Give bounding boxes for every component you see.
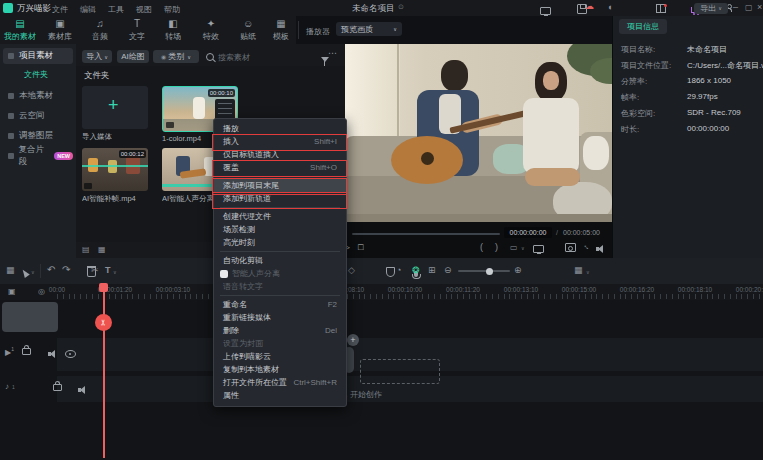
- preview-video[interactable]: [345, 44, 612, 222]
- minimize-button[interactable]: –: [733, 2, 738, 12]
- quick-split-button[interactable]: ✂: [95, 314, 112, 331]
- menu-file[interactable]: 文件: [52, 4, 68, 15]
- marker-target-icon[interactable]: ◎: [38, 287, 45, 296]
- menu-item-auto-edit[interactable]: 自动化剪辑: [214, 254, 346, 267]
- lock-track-icon[interactable]: [22, 348, 31, 355]
- more-options-icon[interactable]: ⋯: [328, 48, 337, 58]
- tab-project-info[interactable]: 项目信息: [619, 19, 667, 34]
- menu-item-upload-to-cloud[interactable]: 上传到喵影云: [214, 350, 346, 363]
- tab-my-media[interactable]: ▤ 我的素材: [0, 18, 40, 42]
- menu-item-play[interactable]: 播放: [214, 122, 346, 135]
- menu-help[interactable]: 帮助: [164, 4, 180, 15]
- tab-transitions[interactable]: ◧ 转场: [153, 18, 193, 42]
- menu-item-insert-target-track[interactable]: 仅目标轨道插入: [214, 148, 346, 161]
- menu-tools[interactable]: 工具: [108, 4, 124, 15]
- add-clip-plus-icon[interactable]: +: [347, 334, 359, 346]
- media-tile-ai-interpolation[interactable]: 00:00:12: [82, 148, 148, 191]
- zoom-in-icon[interactable]: ⊕: [514, 265, 522, 275]
- undo-icon[interactable]: ↶: [47, 264, 55, 275]
- mute-track-icon[interactable]: [48, 352, 51, 356]
- tab-stock-media[interactable]: ▣ 素材库: [40, 18, 80, 42]
- menu-item-append-to-project[interactable]: 添加到项目末尾: [214, 179, 346, 192]
- keyframe-icon[interactable]: ◇: [348, 265, 355, 275]
- tab-text[interactable]: T 文字: [117, 18, 157, 42]
- menu-item-copy-to-local[interactable]: 复制到本地素材: [214, 363, 346, 376]
- restore-button[interactable]: ▢: [745, 3, 753, 12]
- menu-item-overwrite[interactable]: 覆盖Shift+O: [214, 161, 346, 174]
- mute-track-icon[interactable]: [78, 388, 81, 392]
- menu-item-add-to-new-track[interactable]: 添加到新轨道: [214, 192, 346, 205]
- menu-edit[interactable]: 编辑: [80, 4, 96, 15]
- tab-effects[interactable]: ✦ 特效: [191, 18, 231, 42]
- sidebar-item-adjustment-layer[interactable]: 调整图层: [3, 128, 73, 144]
- menu-item-label: 高光时刻: [223, 236, 255, 249]
- chroma-key-icon[interactable]: ❂: [412, 265, 420, 275]
- playhead-line[interactable]: [103, 284, 105, 458]
- speed-icon[interactable]: ◔: [396, 265, 401, 275]
- current-timecode: 00:00:00:00: [504, 227, 552, 238]
- track-manager-icon[interactable]: ▦: [574, 265, 583, 275]
- select-tool-icon[interactable]: [20, 268, 30, 278]
- import-media-tile[interactable]: +: [82, 86, 148, 129]
- timeline-ruler[interactable]: ▣ ◎ 00:00 00:00:01:20 00:00:03:10 00:00:…: [0, 284, 763, 301]
- project-title-info-icon[interactable]: ⊙: [398, 3, 404, 11]
- zoom-slider[interactable]: [458, 270, 510, 272]
- ai-drawing-button[interactable]: AI绘图: [117, 50, 149, 63]
- thumbnail-view-icon[interactable]: ▤: [82, 245, 90, 254]
- menu-item-insert[interactable]: 插入Shift+I: [214, 135, 346, 148]
- menu-item-scene-detection[interactable]: 场景检测: [214, 223, 346, 236]
- gift-icon[interactable]: [656, 4, 666, 13]
- export-button[interactable]: 导出 ∨: [694, 3, 728, 14]
- zoom-slider-handle[interactable]: [486, 268, 493, 275]
- sidebar-item-label: 本地素材: [19, 90, 53, 102]
- menu-item-rename[interactable]: 重命名F2: [214, 298, 346, 311]
- tab-audio[interactable]: ♫ 音频: [80, 18, 120, 42]
- ruler-label: 00:00:16:20: [620, 286, 654, 293]
- close-button[interactable]: ×: [757, 2, 762, 12]
- chevron-down-icon: ∨: [393, 26, 397, 32]
- text-tool-icon[interactable]: T: [105, 265, 111, 275]
- tab-templates[interactable]: ▦ 模板: [261, 18, 301, 42]
- playhead-handle[interactable]: [99, 283, 108, 292]
- cloud-sync-icon[interactable]: ☁: [585, 1, 594, 11]
- preview-quality-dropdown[interactable]: 预览画质 ∨: [336, 22, 402, 36]
- aspect-ratio-icon[interactable]: ▭: [510, 243, 518, 252]
- display-mode-icon[interactable]: [540, 7, 551, 15]
- stop-icon[interactable]: □: [358, 242, 363, 252]
- mark-out-icon[interactable]: ): [495, 242, 498, 252]
- expand-preview-icon[interactable]: ↔: [581, 240, 593, 252]
- mark-in-icon[interactable]: (: [480, 242, 483, 252]
- marker-icon[interactable]: ⊞: [428, 265, 436, 275]
- menu-item-relink-media[interactable]: 重新链接媒体: [214, 311, 346, 324]
- snapshot-icon[interactable]: [565, 243, 576, 252]
- menu-item-create-proxy[interactable]: 创建代理文件: [214, 210, 346, 223]
- redo-icon[interactable]: ↷: [62, 264, 70, 275]
- lock-track-icon[interactable]: [53, 384, 62, 391]
- category-filter-dropdown[interactable]: ◉ 类别 ∨: [153, 50, 199, 63]
- fullscreen-display-icon[interactable]: [533, 245, 544, 253]
- sidebar-item-local-media[interactable]: 本地素材: [3, 88, 73, 104]
- hide-track-icon[interactable]: [65, 350, 76, 358]
- menu-item-highlight-moments[interactable]: 高光时刻: [214, 236, 346, 249]
- import-button[interactable]: 导入 ∨: [82, 50, 112, 63]
- snap-icon[interactable]: ▦: [6, 265, 15, 275]
- theme-icon[interactable]: ◐: [608, 2, 613, 12]
- paste-icon[interactable]: ▣: [8, 287, 16, 296]
- menu-view[interactable]: 视图: [136, 4, 152, 15]
- menu-item-properties[interactable]: 属性: [214, 389, 346, 402]
- sidebar-item-compound-clip[interactable]: 复合片段 NEW: [3, 148, 73, 164]
- list-view-icon[interactable]: ▦: [98, 245, 106, 254]
- mute-icon[interactable]: [596, 247, 599, 251]
- mask-icon[interactable]: [386, 267, 395, 277]
- sidebar-item-cloud-space[interactable]: 云空间: [3, 108, 73, 124]
- menu-item-open-file-location[interactable]: 打开文件所在位置Ctrl+Shift+R: [214, 376, 346, 389]
- track-header-panel[interactable]: [2, 302, 58, 332]
- zoom-out-icon[interactable]: ⊖: [444, 265, 452, 275]
- menu-item-delete[interactable]: 删除Del: [214, 324, 346, 337]
- sidebar-item-project-media[interactable]: 项目素材: [3, 48, 73, 64]
- sidebar-item-folder[interactable]: 文件夹: [24, 69, 48, 80]
- search-input[interactable]: 搜索素材: [218, 52, 250, 63]
- seek-bar[interactable]: [352, 233, 500, 235]
- drop-target-outline[interactable]: [360, 359, 440, 384]
- split-icon[interactable]: ✂: [91, 265, 99, 275]
